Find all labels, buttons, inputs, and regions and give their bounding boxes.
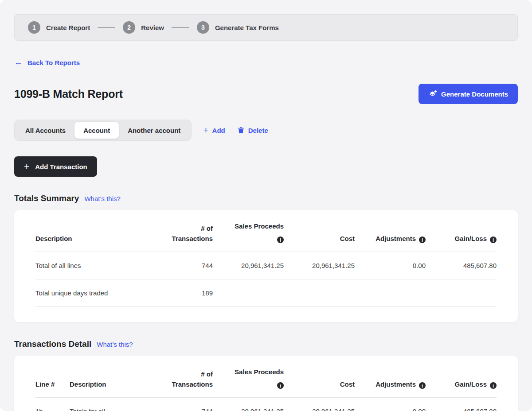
plus-icon: +: [203, 125, 208, 135]
step-label: Create Report: [46, 24, 90, 31]
column-header-line1: # of: [201, 225, 213, 232]
back-link-label: Back To Reports: [27, 59, 80, 66]
column-header-label: Adjustments: [376, 380, 416, 388]
column-header-label: Sales Proceeds: [235, 222, 284, 230]
info-icon[interactable]: i: [490, 237, 497, 243]
cell-sales-proceeds: 20,961,341.25: [213, 252, 284, 279]
table-row: 1b Totals for all 744 20,961,341.25 20,9…: [35, 398, 497, 411]
column-header-description: Description: [35, 210, 153, 252]
totals-summary-heading: Totals Summary What’s this?: [14, 194, 518, 203]
stepper-step-generate-tax-forms: 3 Generate Tax Forms: [197, 21, 279, 34]
column-header-label: Gain/Loss: [454, 235, 487, 242]
stepper: 1 Create Report 2 Review 3 Generate Tax …: [14, 14, 518, 41]
cell-adjustments: 0.00: [355, 252, 426, 279]
column-header-line1: # of: [201, 370, 213, 378]
cell-description: Total of all lines: [35, 252, 153, 279]
column-header-transactions: # of Transactions: [153, 356, 213, 398]
generate-documents-label: Generate Documents: [441, 90, 508, 98]
plus-icon: +: [24, 162, 29, 171]
column-header-line2: Transactions: [172, 380, 213, 388]
trash-icon: [237, 126, 245, 134]
arrow-left-icon: ←: [14, 58, 23, 66]
cell-cost: 20,961,341.25: [284, 252, 355, 279]
column-header-cost: Cost: [284, 210, 355, 252]
layers-plus-icon: [428, 90, 437, 98]
cell-adjustments: 0.00: [355, 398, 426, 411]
account-tabs-row: All Accounts Account Another account + A…: [14, 120, 518, 141]
step-number-badge: 1: [28, 21, 40, 34]
column-header-adjustments: Adjustmentsi: [355, 210, 426, 252]
tab-another-account[interactable]: Another account: [119, 122, 189, 139]
whats-this-link[interactable]: What’s this?: [97, 341, 133, 348]
back-to-reports-link[interactable]: ← Back To Reports: [14, 58, 80, 67]
add-transaction-label: Add Transaction: [35, 163, 87, 171]
column-header-sales-proceeds: Sales Proceeds i: [213, 356, 284, 398]
column-header-description: Description: [70, 356, 153, 398]
column-header-cost: Cost: [284, 356, 355, 398]
stepper-step-create-report: 1 Create Report: [28, 21, 90, 34]
cell-transactions: 744: [153, 398, 213, 411]
cell-transactions: 744: [153, 252, 213, 279]
column-header-label: Gain/Loss: [454, 380, 487, 388]
page-title: 1099-B Match Report: [14, 88, 123, 101]
column-header-line2: Transactions: [172, 235, 213, 242]
step-number-badge: 2: [123, 21, 135, 34]
totals-summary-card: Description # of Transactions Sales Proc…: [14, 210, 518, 322]
back-row: ← Back To Reports: [14, 58, 518, 67]
step-connector: [172, 27, 189, 28]
step-label: Generate Tax Forms: [215, 24, 279, 31]
cell-adjustments: [355, 279, 426, 307]
cell-line-number: 1b: [35, 398, 70, 411]
cell-description: Total unique days traded: [35, 279, 153, 307]
cell-transactions: 189: [153, 279, 213, 307]
table-header-row: Line # Description # of Transactions Sal…: [35, 356, 497, 398]
cell-gain-loss: 485,607.80: [426, 398, 497, 411]
transactions-detail-heading: Transactions Detail What’s this?: [14, 339, 518, 349]
column-header-label: Adjustments: [376, 235, 416, 242]
cell-sales-proceeds: [213, 279, 284, 307]
cell-description: Totals for all: [70, 398, 153, 411]
cell-cost: [284, 279, 355, 307]
info-icon[interactable]: i: [419, 237, 426, 243]
add-account-button[interactable]: + Add: [203, 126, 225, 135]
column-header-adjustments: Adjustmentsi: [355, 356, 426, 398]
step-connector: [98, 27, 115, 28]
whats-this-link[interactable]: What’s this?: [84, 195, 120, 202]
transactions-detail-card: Line # Description # of Transactions Sal…: [14, 356, 518, 411]
cell-cost: 20,961,341.25: [284, 398, 355, 411]
column-header-gain-loss: Gain/Lossi: [426, 356, 497, 398]
cell-sales-proceeds: 20,961,341.25: [213, 398, 284, 411]
app-window: 1 Create Report 2 Review 3 Generate Tax …: [0, 0, 532, 411]
table-header-row: Description # of Transactions Sales Proc…: [35, 210, 497, 252]
add-account-label: Add: [212, 127, 225, 134]
tab-actions: + Add Delete: [203, 126, 268, 135]
section-title-transactions-detail: Transactions Detail: [14, 339, 91, 349]
column-header-transactions: # of Transactions: [153, 210, 213, 252]
column-header-gain-loss: Gain/Lossi: [426, 210, 497, 252]
column-header-line-number: Line #: [35, 356, 70, 398]
step-label: Review: [141, 24, 164, 31]
title-row: 1099-B Match Report Generate Documents: [14, 84, 518, 104]
delete-account-label: Delete: [248, 127, 268, 134]
add-transaction-row: + Add Transaction: [14, 156, 518, 177]
column-header-label: Sales Proceeds: [235, 368, 284, 376]
table-row: Total unique days traded 189: [35, 279, 497, 307]
info-icon[interactable]: i: [419, 382, 426, 389]
info-icon[interactable]: i: [490, 382, 497, 389]
delete-account-button[interactable]: Delete: [237, 126, 268, 134]
table-row: Total of all lines 744 20,961,341.25 20,…: [35, 252, 497, 279]
column-header-sales-proceeds: Sales Proceeds i: [213, 210, 284, 252]
add-transaction-button[interactable]: + Add Transaction: [14, 156, 97, 177]
info-icon[interactable]: i: [277, 237, 284, 243]
generate-documents-button[interactable]: Generate Documents: [419, 84, 518, 104]
account-tabs: All Accounts Account Another account: [14, 120, 192, 141]
tab-account[interactable]: Account: [74, 122, 119, 139]
tab-all-accounts[interactable]: All Accounts: [16, 122, 74, 139]
totals-summary-table: Description # of Transactions Sales Proc…: [35, 210, 497, 307]
section-title-totals-summary: Totals Summary: [14, 194, 79, 203]
transactions-detail-table: Line # Description # of Transactions Sal…: [35, 356, 497, 411]
cell-gain-loss: 485,607.80: [426, 252, 497, 279]
info-icon[interactable]: i: [277, 382, 284, 389]
stepper-step-review: 2 Review: [123, 21, 164, 34]
cell-gain-loss: [426, 279, 497, 307]
